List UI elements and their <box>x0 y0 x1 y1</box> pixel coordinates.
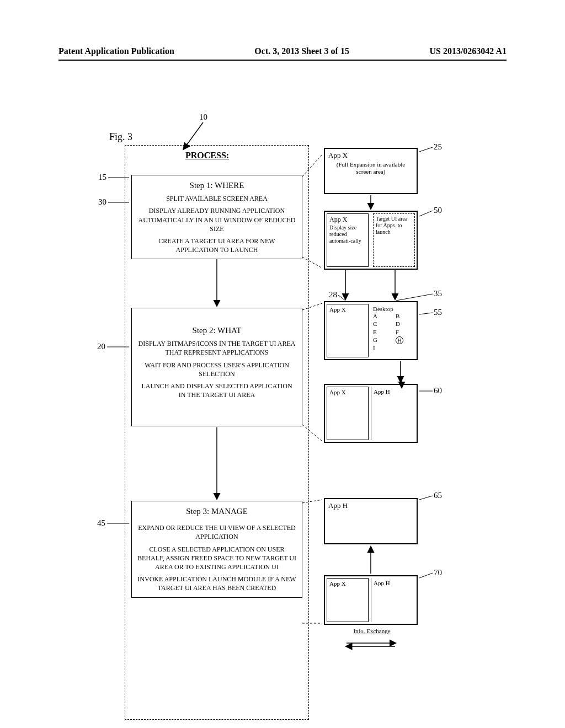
box50-left-sub: Display size reduced automati-cally <box>329 224 366 244</box>
box50-left-title: App X <box>329 216 366 223</box>
svg-line-11 <box>419 496 433 500</box>
box50-right: Target UI area for Apps. to launch <box>373 213 415 267</box>
ref-35: 35 <box>434 289 442 298</box>
ref-28: 28 <box>329 290 337 299</box>
step1-box: Step 1: WHERE SPLIT AVAILABLE SCREEN ARE… <box>131 175 302 259</box>
step1-line1: SPLIT AVAILABLE SCREEN AREA <box>137 194 296 203</box>
box70-left: App X <box>327 578 369 622</box>
box-50: App X Display size reduced automati-call… <box>324 211 418 270</box>
step1-title: Step 1: WHERE <box>137 180 296 191</box>
icon-h-circled: H <box>396 336 403 344</box>
step2-line3: LAUNCH AND DISPLAY SELECTED APPLICATION … <box>137 382 296 399</box>
icon-a: A <box>373 313 390 320</box>
svg-line-5 <box>419 147 433 152</box>
ref-60: 60 <box>434 386 442 395</box>
step3-line2: CLOSE A SELECTED APPLICATION ON USER BEH… <box>137 545 296 572</box>
step1-line2: DISPLAY ALREADY RUNNING APPLICATION AUTO… <box>137 206 296 233</box>
ref-10: 10 <box>199 113 207 122</box>
box55-icons: A B C D E F G H I <box>373 313 413 352</box>
header-center: Oct. 3, 2013 Sheet 3 of 15 <box>254 46 349 56</box>
svg-line-12 <box>419 573 433 578</box>
box55-right-title: Desktop <box>373 306 413 313</box>
icon-f: F <box>396 329 413 336</box>
step2-line1: DISPLAY BITMAPS/ICONS IN THE TARGET UI A… <box>137 339 296 357</box>
icon-d: D <box>396 320 413 328</box>
box60-right: App H <box>371 387 415 440</box>
icon-e: E <box>373 329 390 336</box>
step3-box: Step 3: MANAGE EXPAND OR REDUCE THE UI V… <box>131 501 302 598</box>
step2-line2: WAIT FOR AND PROCESS USER'S APPLICATION … <box>137 361 296 378</box>
svg-line-8 <box>396 294 433 301</box>
header-left: Patent Application Publication <box>58 46 174 56</box>
box70-left-text: App X <box>329 580 346 587</box>
icon-b: B <box>396 313 413 320</box>
box70-right: App H <box>371 578 415 622</box>
figure-3-diagram: Fig. 3 PROCESS: Step 1: WHERE SPLIT AVAI… <box>58 72 507 678</box>
icon-c: C <box>373 320 390 328</box>
box25-title: App X <box>328 151 413 160</box>
patent-header: Patent Application Publication Oct. 3, 2… <box>58 46 507 61</box>
box50-right-text: Target UI area for Apps. to launch <box>376 216 412 235</box>
box-55: App X Desktop A B C D E F G H I <box>324 301 418 360</box>
step3-line1: EXPAND OR REDUCE THE UI VIEW OF A SELECT… <box>137 523 296 541</box>
box60-left: App X <box>327 387 369 440</box>
step2-box: Step 2: WHAT DISPLAY BITMAPS/ICONS IN TH… <box>131 308 302 426</box>
box50-left: App X Display size reduced automati-call… <box>327 213 369 267</box>
box-25: App X (Full Expansion in available scree… <box>324 148 418 194</box>
svg-line-9 <box>419 313 433 314</box>
ref-70: 70 <box>434 568 442 577</box>
figure-label: Fig. 3 <box>109 131 132 143</box>
ref-15: 15 <box>98 173 106 182</box>
ref-65: 65 <box>434 491 442 500</box>
box-60: App X App H <box>324 384 418 443</box>
box55-left-text: App X <box>329 306 346 313</box>
step3-line3: INVOKE APPLICATION LAUNCH MODULE IF A NE… <box>137 575 296 592</box>
box60-left-text: App X <box>329 389 346 395</box>
ref-55: 55 <box>434 308 442 317</box>
ref-30: 30 <box>98 197 106 207</box>
icon-i: I <box>373 345 390 352</box>
info-exchange-text: Info. Exchange <box>353 628 390 634</box>
box-65: App H <box>324 498 418 544</box>
info-exchange-label: Info. Exchange <box>350 628 394 634</box>
box55-right: Desktop A B C D E F G H I <box>371 304 415 357</box>
box55-left: App X <box>327 304 369 357</box>
ref-25: 25 <box>434 142 442 152</box>
box65-title: App H <box>328 501 413 510</box>
ref-50: 50 <box>434 206 442 215</box>
icon-g: G <box>373 336 390 344</box>
header-right: US 2013/0263042 A1 <box>429 46 507 56</box>
ref-20: 20 <box>97 342 105 351</box>
process-title: PROCESS: <box>185 151 229 160</box>
ref-45: 45 <box>97 518 105 528</box>
box70-right-text: App H <box>374 580 390 586</box>
box60-right-text: App H <box>374 388 390 395</box>
step2-title: Step 2: WHAT <box>137 325 296 336</box>
step3-title: Step 3: MANAGE <box>137 506 296 517</box>
box-70: App X App H <box>324 575 418 625</box>
svg-line-6 <box>419 211 433 216</box>
box25-sub: (Full Expansion in available screen area… <box>328 161 413 175</box>
svg-line-7 <box>338 295 345 301</box>
step1-line3: CREATE A TARGET UI AREA FOR NEW APPLICAT… <box>137 237 296 254</box>
